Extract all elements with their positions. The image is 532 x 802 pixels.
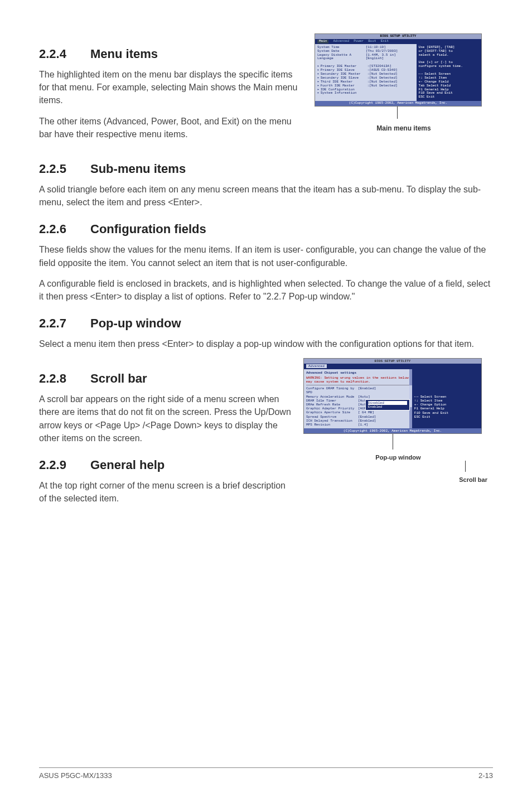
footer-left: ASUS P5GC-MX/1333 [39,771,112,780]
para-226-1: These fields show the values for the men… [39,243,493,269]
heading-226: 2.2.6Configuration fields [39,222,493,236]
caption-main: Main menu items [315,124,493,132]
para-226-2: A configurable field is enclosed in brac… [39,277,493,303]
bios-main-screenshot: BIOS SETUP UTILITY Main Advanced Power B… [315,33,482,107]
heading-228: 2.2.8Scroll bar [39,371,292,386]
para-228-1: A scroll bar appears on the right side o… [39,393,292,445]
para-224-1: The highlighted item on the menu bar dis… [39,68,303,107]
para-227-1: Select a menu item then press <Enter> to… [39,337,493,350]
caption-scroll: Scroll bar [303,476,493,483]
para-229-1: At the top right corner of the menu scre… [39,479,292,505]
heading-227: 2.2.7Pop-up window [39,316,493,331]
bios-advanced-screenshot: BIOS SETUP UTILITY Advanced Advanced Chi… [303,358,482,434]
caption-popup: Pop-up window [303,454,493,461]
para-225-1: A solid triangle before each item on any… [39,183,493,209]
heading-224: 2.2.4Menu items [39,47,303,61]
para-224-2: The other items (Advanced, Power, Boot, … [39,115,303,141]
heading-225: 2.2.5Sub-menu items [39,162,493,176]
footer-right: 2-13 [478,771,493,780]
page-footer: ASUS P5GC-MX/1333 2-13 [39,767,493,780]
popup-window: DisabledEnabled [365,399,410,410]
heading-229: 2.2.9General help [39,458,292,472]
